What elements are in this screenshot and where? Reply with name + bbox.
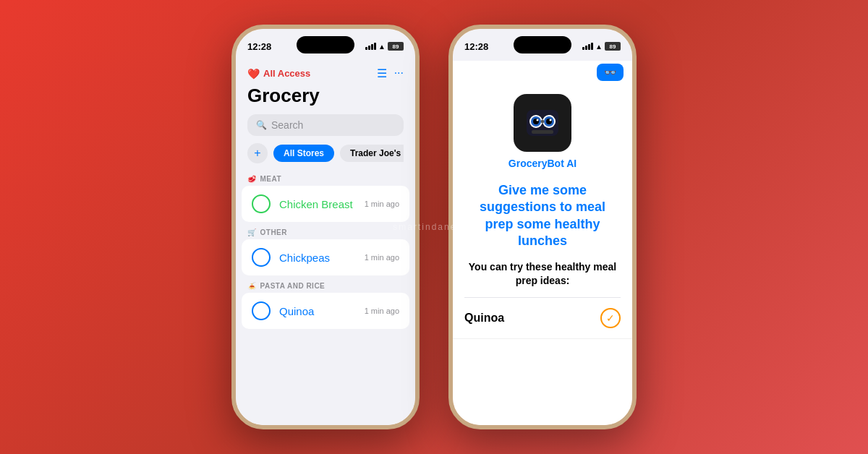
signal-icon-1 bbox=[365, 43, 376, 50]
ai-logo bbox=[514, 94, 571, 152]
ai-logo-section: GroceryBot AI bbox=[453, 87, 632, 182]
status-time-1: 12:28 bbox=[247, 41, 271, 52]
list-filter-icon[interactable]: ☰ bbox=[377, 67, 387, 80]
wifi-icon-2: ▲ bbox=[595, 43, 603, 51]
meat-emoji: 🥩 bbox=[247, 175, 257, 183]
ai-glasses-button[interactable]: 👓 bbox=[597, 64, 624, 81]
header-actions: ☰ ··· bbox=[377, 67, 404, 80]
signal-icon-2 bbox=[582, 43, 593, 50]
wifi-icon-1: ▲ bbox=[378, 43, 386, 51]
svg-rect-9 bbox=[541, 120, 544, 123]
list-item-chickpeas[interactable]: Chickpeas 1 min ago bbox=[242, 239, 409, 275]
svg-point-7 bbox=[537, 119, 539, 121]
section-meat: 🥩 MEAT bbox=[236, 169, 415, 186]
add-button[interactable]: + bbox=[247, 143, 268, 163]
item-name-quinoa: Quinoa bbox=[279, 305, 356, 317]
ai-bot-name: GroceryBot AI bbox=[509, 158, 576, 169]
section-pasta: 🍝 PASTA AND RICE bbox=[236, 276, 415, 293]
list-item-quinoa[interactable]: Quinoa 1 min ago bbox=[242, 293, 409, 329]
status-icons-2: ▲ 89 bbox=[582, 42, 621, 51]
grocerybot-ai-app: 👓 bbox=[453, 61, 632, 425]
heart-icon: ❤️ bbox=[247, 68, 260, 80]
ai-answer-intro: You can try these healthy meal prep idea… bbox=[453, 260, 632, 288]
dynamic-island-1 bbox=[297, 36, 354, 53]
glasses-icon: 👓 bbox=[604, 67, 616, 78]
grocery-list: 🥩 MEAT Chicken Breast 1 min ago 🛒 OTHER … bbox=[236, 169, 415, 329]
grocery-app: ❤️ All Access ☰ ··· Grocery 🔍 Search + A… bbox=[236, 61, 415, 425]
item-name-chickpeas: Chickpeas bbox=[279, 252, 356, 264]
phone-2: 12:28 ▲ 89 👓 bbox=[448, 25, 637, 429]
search-placeholder: Search bbox=[271, 119, 303, 131]
item-time-quinoa: 1 min ago bbox=[365, 307, 399, 315]
search-bar[interactable]: 🔍 Search bbox=[247, 114, 404, 136]
filter-trader-joes[interactable]: Trader Joe's bbox=[340, 145, 404, 162]
app-title: Grocery bbox=[247, 85, 404, 107]
list-item-chicken[interactable]: Chicken Breast 1 min ago bbox=[242, 186, 409, 222]
phone-1: 12:28 ▲ 89 ❤️ All Access ☰ · bbox=[231, 25, 420, 429]
search-icon: 🔍 bbox=[256, 120, 267, 130]
dynamic-island-2 bbox=[514, 36, 571, 53]
ai-suggestion-quinoa[interactable]: Quinoa ✓ bbox=[453, 298, 632, 339]
item-circle-chickpeas bbox=[252, 248, 271, 267]
item-time-chickpeas: 1 min ago bbox=[365, 253, 399, 262]
more-options-icon[interactable]: ··· bbox=[394, 67, 404, 80]
battery-icon-1: 89 bbox=[388, 42, 404, 51]
ai-header-bar: 👓 bbox=[453, 61, 632, 87]
app-title-row: ❤️ All Access ☰ ··· bbox=[247, 67, 404, 80]
section-other: 🛒 OTHER bbox=[236, 223, 415, 239]
item-time-chicken: 1 min ago bbox=[365, 200, 399, 208]
item-name-chicken: Chicken Breast bbox=[279, 198, 356, 210]
status-icons-1: ▲ 89 bbox=[365, 42, 404, 51]
app-header: ❤️ All Access ☰ ··· Grocery 🔍 Search + A… bbox=[236, 61, 415, 169]
svg-rect-10 bbox=[532, 130, 553, 134]
svg-point-8 bbox=[550, 119, 552, 121]
bot-logo-svg bbox=[521, 101, 564, 145]
status-time-2: 12:28 bbox=[464, 41, 488, 52]
item-circle-quinoa bbox=[252, 301, 271, 320]
ai-question-text: Give me some suggestions to meal prep so… bbox=[453, 182, 632, 250]
pasta-emoji: 🍝 bbox=[247, 282, 257, 290]
battery-icon-2: 89 bbox=[605, 42, 621, 51]
suggestion-check-quinoa[interactable]: ✓ bbox=[600, 308, 621, 328]
filter-row: + All Stores Trader Joe's Ald bbox=[247, 143, 404, 163]
suggestion-name-quinoa: Quinoa bbox=[464, 312, 504, 325]
filter-all-stores[interactable]: All Stores bbox=[273, 145, 334, 162]
item-circle-chicken bbox=[252, 194, 271, 213]
other-emoji: 🛒 bbox=[247, 228, 257, 236]
all-access-label[interactable]: ❤️ All Access bbox=[247, 68, 310, 80]
